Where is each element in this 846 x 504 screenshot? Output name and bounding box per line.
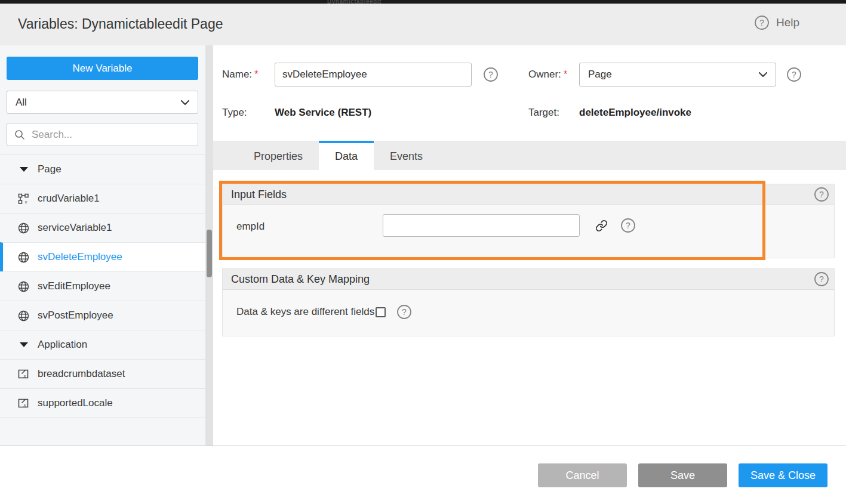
model-variable-icon bbox=[18, 398, 29, 409]
help-label: Help bbox=[776, 16, 799, 29]
chevron-down-icon bbox=[759, 72, 767, 77]
search-icon bbox=[14, 129, 25, 140]
variable-row-svdeleteemployee-selected[interactable]: svDeleteEmployee bbox=[0, 242, 205, 271]
collapse-triangle-icon bbox=[18, 342, 29, 347]
variables-dialog: Dynamictableedit Variables: Dynamictable… bbox=[0, 0, 846, 504]
variables-sidebar: New Variable All Page crudVariable1 bbox=[0, 45, 205, 446]
empid-label: empId bbox=[236, 221, 264, 233]
custom-mapping-body: Data & keys are different fields bbox=[223, 290, 834, 336]
owner-help-icon[interactable] bbox=[786, 67, 802, 82]
variable-list: Page crudVariable1 serviceVariable1 svDe… bbox=[0, 154, 205, 418]
tab-properties[interactable]: Properties bbox=[238, 141, 319, 170]
variable-label: serviceVariable1 bbox=[38, 222, 112, 234]
empid-input[interactable] bbox=[383, 214, 580, 237]
tab-events[interactable]: Events bbox=[374, 141, 439, 170]
save-button[interactable]: Save bbox=[638, 463, 727, 487]
name-help-icon[interactable] bbox=[483, 67, 499, 82]
variable-label: breadcrumbdataset bbox=[38, 368, 125, 380]
variable-label: svDeleteEmployee bbox=[38, 251, 122, 263]
service-variable-icon bbox=[18, 310, 29, 321]
different-fields-label: Data & keys are different fields bbox=[236, 306, 374, 318]
target-value: deleteEmployee/invoke bbox=[579, 107, 691, 119]
required-asterisk: * bbox=[564, 69, 568, 80]
custom-mapping-help-icon[interactable] bbox=[814, 271, 829, 287]
target-label: Target: bbox=[528, 107, 559, 119]
service-variable-icon bbox=[18, 222, 29, 234]
crud-variable-icon bbox=[18, 193, 29, 205]
group-row-page[interactable]: Page bbox=[0, 154, 205, 184]
type-label: Type: bbox=[222, 107, 247, 119]
name-label: Name:* bbox=[222, 69, 259, 81]
input-fields-body: empId bbox=[223, 205, 834, 258]
new-variable-button[interactable]: New Variable bbox=[7, 57, 198, 80]
chevron-down-icon bbox=[181, 100, 189, 105]
variable-detail-panel: Name:* Owner:* Page Type: Web Service (R… bbox=[213, 45, 846, 446]
service-variable-icon bbox=[18, 252, 29, 263]
input-fields-section: Input Fields empId bbox=[222, 184, 835, 258]
dialog-header: Variables: Dynamictableedit Page Help bbox=[0, 4, 846, 45]
group-label: Application bbox=[38, 339, 87, 351]
help-circle-icon bbox=[754, 15, 770, 30]
dialog-title: Variables: Dynamictableedit Page bbox=[18, 16, 223, 32]
variable-row-svpostemployee[interactable]: svPostEmployee bbox=[0, 301, 205, 330]
name-input[interactable] bbox=[275, 63, 472, 86]
group-row-application[interactable]: Application bbox=[0, 330, 205, 359]
custom-mapping-header: Custom Data & Key Mapping bbox=[223, 269, 834, 290]
input-fields-title: Input Fields bbox=[231, 188, 287, 201]
required-asterisk: * bbox=[254, 69, 259, 80]
input-fields-header: Input Fields bbox=[223, 184, 834, 205]
different-fields-help-icon[interactable] bbox=[396, 304, 412, 320]
tab-data[interactable]: Data bbox=[319, 141, 374, 170]
custom-mapping-title: Custom Data & Key Mapping bbox=[231, 273, 370, 286]
service-variable-icon bbox=[18, 281, 29, 292]
input-fields-help-icon[interactable] bbox=[814, 187, 829, 202]
bind-link-icon[interactable] bbox=[595, 219, 608, 232]
type-value: Web Service (REST) bbox=[275, 107, 371, 119]
dialog-footer: Cancel Save Save & Close bbox=[0, 446, 846, 504]
different-fields-checkbox[interactable] bbox=[376, 307, 386, 317]
owner-value: Page bbox=[588, 69, 612, 81]
variable-row-breadcrumbdataset[interactable]: breadcrumbdataset bbox=[0, 359, 205, 388]
variable-row-supportedlocale[interactable]: supportedLocale bbox=[0, 388, 205, 418]
variable-row-sveditemployee[interactable]: svEditEmployee bbox=[0, 271, 205, 301]
custom-mapping-section: Custom Data & Key Mapping Data & keys ar… bbox=[222, 268, 835, 336]
variable-label: svPostEmployee bbox=[38, 310, 113, 321]
cancel-button[interactable]: Cancel bbox=[538, 463, 627, 487]
sidebar-scrollbar-thumb[interactable] bbox=[207, 230, 212, 277]
variable-label: svEditEmployee bbox=[38, 280, 110, 292]
variable-filter-select[interactable]: All bbox=[7, 91, 198, 114]
variable-label: crudVariable1 bbox=[38, 193, 100, 205]
search-input[interactable] bbox=[30, 128, 190, 141]
empid-help-icon[interactable] bbox=[620, 218, 636, 233]
group-label: Page bbox=[38, 163, 61, 175]
different-fields-row: Data & keys are different fields bbox=[236, 304, 412, 320]
variable-search-box bbox=[7, 123, 198, 146]
variable-row-crudvariable1[interactable]: crudVariable1 bbox=[0, 184, 205, 213]
collapse-triangle-icon bbox=[18, 167, 29, 172]
model-variable-icon bbox=[18, 369, 29, 380]
save-and-close-button[interactable]: Save & Close bbox=[739, 463, 827, 487]
help-button[interactable]: Help bbox=[754, 15, 799, 30]
owner-select[interactable]: Page bbox=[579, 63, 776, 86]
detail-tabbar: Properties Data Events bbox=[213, 141, 846, 170]
sidebar-scrollbar-track bbox=[205, 45, 213, 446]
variable-row-servicevariable1[interactable]: serviceVariable1 bbox=[0, 213, 205, 242]
variable-filter-value: All bbox=[16, 97, 27, 109]
variable-label: supportedLocale bbox=[38, 397, 113, 409]
owner-label: Owner:* bbox=[528, 69, 567, 81]
